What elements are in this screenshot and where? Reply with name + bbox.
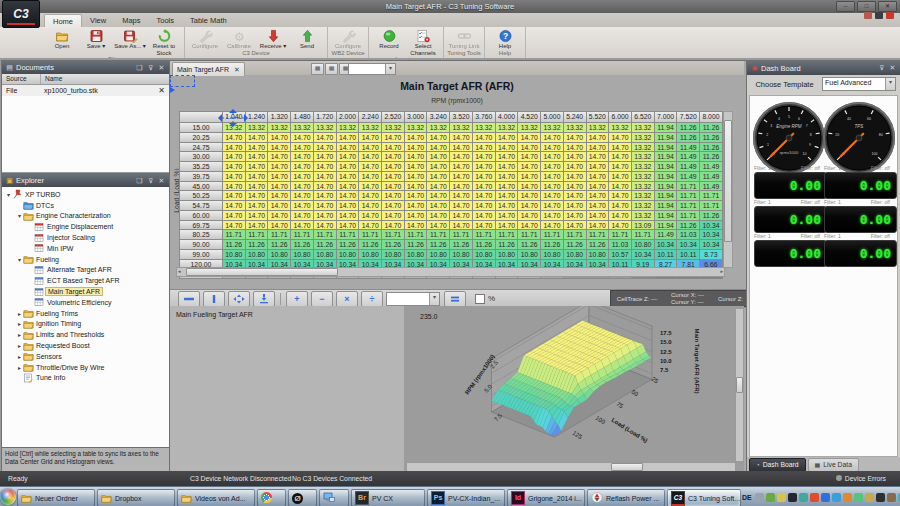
tray-icon-13[interactable]: [887, 493, 896, 502]
table-cell[interactable]: 14.70: [291, 152, 314, 162]
table-cell[interactable]: 14.70: [496, 143, 519, 153]
table-cell[interactable]: 11.71: [268, 230, 291, 240]
table-h-scrollbar[interactable]: ◂ ▸: [176, 267, 725, 277]
expander-icon[interactable]: ▸: [16, 364, 23, 371]
tree-item-tune-info[interactable]: Tune Info: [2, 373, 169, 384]
table-cell[interactable]: 14.70: [359, 143, 382, 153]
divide-button[interactable]: ÷: [361, 291, 383, 307]
table-cell[interactable]: 14.70: [587, 172, 610, 182]
table-cell[interactable]: 11.94: [655, 172, 678, 182]
table-cell[interactable]: 14.70: [427, 201, 450, 211]
minimize-button[interactable]: ‒: [836, 1, 855, 12]
table-cell[interactable]: 11.49: [677, 152, 700, 162]
scroll-left-arrow-icon[interactable]: ◂: [178, 268, 181, 274]
table-cell[interactable]: 14.70: [518, 133, 541, 143]
table-cell[interactable]: 14.70: [518, 152, 541, 162]
table-cell[interactable]: 10.80: [473, 250, 496, 260]
table-cell[interactable]: 14.70: [223, 221, 246, 231]
table-cell[interactable]: 14.70: [427, 221, 450, 231]
table-cell[interactable]: 13.32: [541, 123, 564, 133]
table-cell[interactable]: 11.71: [677, 191, 700, 201]
table-cell[interactable]: 11.71: [359, 230, 382, 240]
tree-item-requested-boost[interactable]: ▸Requested Boost: [2, 340, 169, 351]
table-cell[interactable]: 14.70: [359, 162, 382, 172]
table-cell[interactable]: 14.70: [496, 182, 519, 192]
table-cell[interactable]: 11.71: [632, 230, 655, 240]
table-cell[interactable]: 14.70: [609, 143, 632, 153]
expander-icon[interactable]: ▸: [16, 353, 23, 360]
table-cell[interactable]: 8.73: [700, 250, 723, 260]
table-cell[interactable]: 14.70: [405, 191, 428, 201]
table-cell[interactable]: 14.70: [541, 191, 564, 201]
column-header-5.520[interactable]: 5.520: [587, 112, 610, 123]
column-header-3.760[interactable]: 3.760: [473, 112, 496, 123]
table-cell[interactable]: 14.70: [518, 143, 541, 153]
table-cell[interactable]: 14.70: [473, 211, 496, 221]
table-cell[interactable]: 11.71: [587, 230, 610, 240]
expander-icon[interactable]: ▸: [16, 331, 23, 338]
table-view-button[interactable]: ▦: [311, 63, 324, 75]
tray-icon-8[interactable]: [832, 493, 841, 502]
table-cell[interactable]: 10.34: [632, 250, 655, 260]
table-cell[interactable]: 14.70: [268, 221, 291, 231]
table-cell[interactable]: 13.32: [314, 123, 337, 133]
table-cell[interactable]: 14.70: [268, 182, 291, 192]
table-cell[interactable]: 14.70: [450, 211, 473, 221]
table-cell[interactable]: 13.32: [587, 123, 610, 133]
tree-item-dtcs[interactable]: DTCs: [2, 200, 169, 211]
table-cell[interactable]: 11.94: [655, 221, 678, 231]
table-cell[interactable]: 13.32: [382, 123, 405, 133]
table-cell[interactable]: 11.94: [655, 211, 678, 221]
table-cell[interactable]: 11.49: [700, 172, 723, 182]
table-cell[interactable]: 10.34: [700, 240, 723, 250]
table-cell[interactable]: 10.80: [541, 250, 564, 260]
table-cell[interactable]: 11.94: [655, 201, 678, 211]
column-header-8.000[interactable]: 8.000: [700, 112, 723, 123]
table-cell[interactable]: 14.70: [450, 152, 473, 162]
help-button[interactable]: ?Help: [488, 28, 522, 50]
table-cell[interactable]: 14.70: [564, 162, 587, 172]
table-cell[interactable]: 14.70: [609, 172, 632, 182]
table-cell[interactable]: 14.70: [382, 143, 405, 153]
table-cell[interactable]: 11.26: [700, 123, 723, 133]
row-header-20.25[interactable]: 20.25: [180, 133, 223, 143]
table-cell[interactable]: 14.70: [291, 191, 314, 201]
tray-icon-10[interactable]: [854, 493, 863, 502]
scrollbar-thumb[interactable]: [724, 120, 732, 242]
table-cell[interactable]: 14.70: [291, 143, 314, 153]
table-cell[interactable]: 14.70: [518, 162, 541, 172]
table-cell[interactable]: 11.26: [518, 240, 541, 250]
table-cell[interactable]: 14.70: [473, 191, 496, 201]
table-cell[interactable]: 14.70: [496, 201, 519, 211]
column-header-3.520[interactable]: 3.520: [450, 112, 473, 123]
fill-column-button[interactable]: [203, 291, 225, 307]
table-cell[interactable]: 10.80: [223, 250, 246, 260]
table-cell[interactable]: 14.70: [518, 172, 541, 182]
table-cell[interactable]: 11.71: [700, 201, 723, 211]
ribbon-quick-icon-3[interactable]: [886, 12, 894, 19]
tray-icon-12[interactable]: [876, 493, 885, 502]
table-cell[interactable]: 10.57: [609, 250, 632, 260]
table-cell[interactable]: 11.26: [223, 240, 246, 250]
multiply-button[interactable]: ×: [336, 291, 358, 307]
table-cell[interactable]: 14.70: [564, 211, 587, 221]
table-cell[interactable]: 14.70: [223, 182, 246, 192]
table-cell[interactable]: 14.70: [405, 133, 428, 143]
table-cell[interactable]: 13.32: [450, 123, 473, 133]
row-header-54.75[interactable]: 54.75: [180, 201, 223, 211]
save-button[interactable]: Save ▾: [79, 28, 113, 56]
table-cell[interactable]: 10.80: [359, 250, 382, 260]
expander-icon[interactable]: ▸: [16, 310, 23, 317]
table-cell[interactable]: 14.70: [587, 211, 610, 221]
table-cell[interactable]: 11.26: [541, 240, 564, 250]
table-cell[interactable]: 14.70: [587, 201, 610, 211]
table-cell[interactable]: 14.70: [541, 172, 564, 182]
open-button[interactable]: Open: [45, 28, 79, 56]
table-cell[interactable]: 14.70: [564, 201, 587, 211]
table-cell[interactable]: 14.70: [246, 201, 269, 211]
column-header-7.520[interactable]: 7.520: [677, 112, 700, 123]
subtract-button[interactable]: −: [311, 291, 333, 307]
row-header-50.25[interactable]: 50.25: [180, 191, 223, 201]
table-cell[interactable]: 10.80: [450, 250, 473, 260]
row-header-60.00[interactable]: 60.00: [180, 211, 223, 221]
